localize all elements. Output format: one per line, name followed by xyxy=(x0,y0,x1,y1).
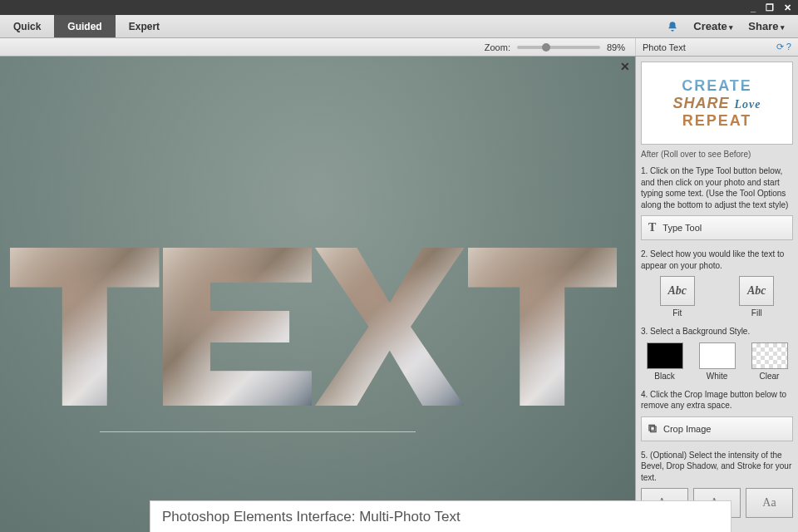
preview-line2a: SHARE xyxy=(672,95,729,111)
minimize-button[interactable]: _ xyxy=(751,2,756,12)
type-tool-label: Type Tool xyxy=(663,223,702,233)
fill-option[interactable]: Abc Fill xyxy=(721,276,794,318)
preview-line1: CREATE xyxy=(682,77,752,95)
guide-line xyxy=(100,431,416,432)
type-tool-icon: T xyxy=(648,221,656,234)
photo-text-preview xyxy=(8,248,618,406)
crop-icon: ⧉ xyxy=(648,422,657,436)
tab-quick[interactable]: Quick xyxy=(0,15,54,37)
create-menu[interactable]: Create xyxy=(693,20,733,32)
bg-white-option[interactable]: White xyxy=(693,342,741,381)
step-2-text: 2. Select how you would like the text to… xyxy=(641,249,793,271)
crop-label: Crop Image xyxy=(663,424,711,434)
mode-bar: Quick Guided Expert Create Share xyxy=(0,15,798,38)
fit-label: Fit xyxy=(672,308,682,318)
effect-preview[interactable]: CREATE SHARE Love REPEAT xyxy=(641,62,793,145)
panel-help-icon[interactable]: ⟳ ? xyxy=(776,42,791,52)
preview-line3: REPEAT xyxy=(682,112,752,130)
tab-guided[interactable]: Guided xyxy=(54,15,115,37)
preview-caption: After (Roll over to see Before) xyxy=(641,150,793,159)
zoom-label: Zoom: xyxy=(485,42,510,52)
canvas-area[interactable]: ✕ xyxy=(0,57,635,532)
zoom-value: 89% xyxy=(607,42,625,52)
close-document-button[interactable]: ✕ xyxy=(620,60,630,73)
bg-clear-option[interactable]: Clear xyxy=(746,342,793,381)
zoom-slider[interactable] xyxy=(517,46,600,49)
fill-label: Fill xyxy=(751,308,762,318)
window-titlebar: _ ❐ ✕ xyxy=(0,0,798,15)
notifications-icon[interactable] xyxy=(667,21,678,32)
step-3-text: 3. Select a Background Style. xyxy=(641,326,793,337)
tab-expert[interactable]: Expert xyxy=(116,15,173,37)
crop-image-button[interactable]: ⧉ Crop Image xyxy=(641,416,793,441)
step-5-text: 5. (Optional) Select the intensity of th… xyxy=(641,450,793,484)
options-bar: Zoom: 89% Photo Text ⟳ ? xyxy=(0,38,798,57)
step-4-text: 4. Click the Crop Image button below to … xyxy=(641,389,793,411)
maximize-button[interactable]: ❐ xyxy=(766,2,774,13)
guided-panel: CREATE SHARE Love REPEAT After (Roll ove… xyxy=(635,57,798,532)
bg-black-option[interactable]: Black xyxy=(641,342,688,381)
footer-caption: Photoshop Elements Interface: Multi-Phot… xyxy=(150,500,732,532)
close-window-button[interactable]: ✕ xyxy=(784,2,791,13)
type-tool-button[interactable]: T Type Tool xyxy=(641,215,793,240)
style-option-3[interactable]: Aa xyxy=(746,488,793,518)
share-menu[interactable]: Share xyxy=(748,20,785,32)
step-1-text: 1. Click on the Type Tool button below, … xyxy=(641,165,793,210)
preview-line2b: Love xyxy=(735,98,761,111)
fit-option[interactable]: Abc Fit xyxy=(641,276,714,318)
panel-title: Photo Text xyxy=(643,42,686,52)
